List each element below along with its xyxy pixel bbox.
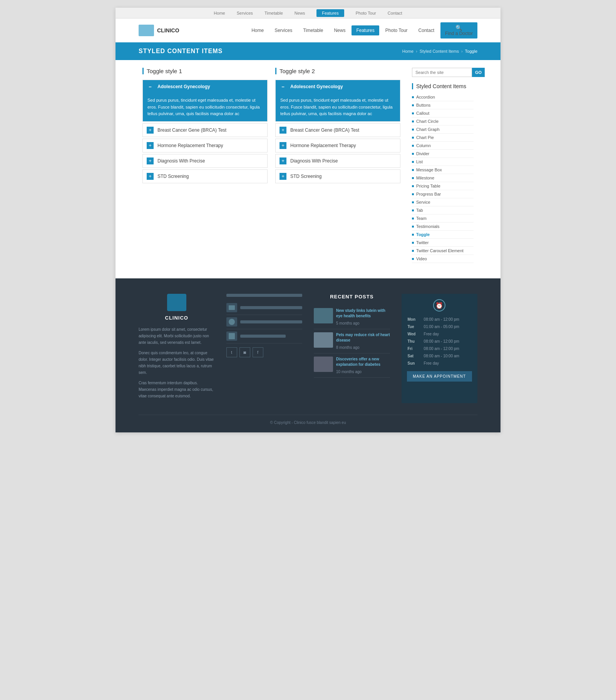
toggle1-item-5[interactable]: + STD Screening <box>142 169 268 183</box>
sidebar-dot <box>412 185 414 187</box>
nav-home[interactable]: Home <box>247 25 268 35</box>
topbar-news[interactable]: News <box>295 11 305 15</box>
sidebar-item-chart-graph: Chart Graph <box>412 126 474 134</box>
twitter-social-btn[interactable]: t <box>226 347 237 357</box>
sidebar-link-column[interactable]: Column <box>416 143 431 148</box>
toggle1-item-4[interactable]: + Diagnosis With Precise <box>142 154 268 168</box>
minus-icon-2: − <box>280 83 286 90</box>
footer-brand-p1: Lorem ipsum dolor sit amet, consectetur … <box>139 326 215 346</box>
toggle1-item-1-header[interactable]: − Adolescent Gynecology <box>143 80 267 93</box>
facebook-social-btn[interactable]: f <box>253 347 263 357</box>
sidebar-link-pricing-table[interactable]: Pricing Table <box>416 184 440 188</box>
toggle1-item-3[interactable]: + Hormone Replacement Therapy <box>142 139 268 152</box>
sidebar-item-pricing-table: Pricing Table <box>412 182 474 190</box>
footer-brand-p2: Donec quis condimentum leo, at congue do… <box>139 350 215 376</box>
sidebar-link-chart-circle[interactable]: Chart Circle <box>416 119 439 124</box>
topbar-contact[interactable]: Contact <box>388 11 402 15</box>
sidebar-link-testimonials[interactable]: Testimonials <box>416 224 440 229</box>
search-button[interactable]: GO <box>472 68 485 77</box>
sidebar-item-callout: Callout <box>412 109 474 117</box>
find-doctor-label: Find a Doctor <box>445 31 473 36</box>
topbar-timetable[interactable]: Timetable <box>264 11 283 15</box>
sidebar-link-twitter-carousel[interactable]: Twitter Carousel Element <box>416 248 464 253</box>
breadcrumb: Home › Styled Content Items › Toggle <box>402 49 477 54</box>
sidebar-dot <box>412 242 414 244</box>
topbar-services[interactable]: Services <box>237 11 253 15</box>
sidebar-link-accordion[interactable]: Accordion <box>416 95 435 99</box>
nav-timetable[interactable]: Timetable <box>298 25 328 35</box>
sidebar-link-tab[interactable]: Tab <box>416 208 423 213</box>
plus-icon-t2-2: + <box>280 127 286 134</box>
footer-links-col: t ◙ f <box>226 294 303 403</box>
toggle2-row-2[interactable]: + Breast Cancer Gene (BRCA) Test <box>276 124 400 137</box>
nav-features[interactable]: Features <box>352 25 379 35</box>
breadcrumb-styled[interactable]: Styled Content Items <box>420 49 459 54</box>
copyright-text: © Copyright - Clinico fusce blandit sapi… <box>139 420 477 425</box>
sidebar-link-message-box[interactable]: Message Box <box>416 167 442 172</box>
appointment-button[interactable]: MAKE AN APPOINTMENT <box>407 371 472 382</box>
toggle1-row-4[interactable]: + Diagnosis With Precise <box>143 154 267 167</box>
sidebar-dot <box>412 250 414 252</box>
toggle2-item-4[interactable]: + Diagnosis With Precise <box>275 154 400 168</box>
sidebar-link-chart-pie[interactable]: Chart Pie <box>416 135 434 140</box>
sidebar-item-chart-circle: Chart Circle <box>412 117 474 126</box>
breadcrumb-home[interactable]: Home <box>402 49 413 54</box>
toggle1-row-5[interactable]: + STD Screening <box>143 170 267 183</box>
site-header: CLINICO Home Services Timetable News Fea… <box>116 18 500 42</box>
clock-icon: ⏰ <box>433 299 445 311</box>
recent-post-text-1: New study links lutein with eye health b… <box>336 308 390 326</box>
nav-news[interactable]: News <box>329 25 350 35</box>
sidebar-link-divider[interactable]: Divider <box>416 151 429 156</box>
footer-link-bar-2 <box>240 320 303 323</box>
topbar-home[interactable]: Home <box>214 11 225 15</box>
sidebar-item-twitter-carousel: Twitter Carousel Element <box>412 247 474 255</box>
toggle2-row-3[interactable]: + Hormone Replacement Therapy <box>276 139 400 152</box>
sidebar-link-service[interactable]: Service <box>416 200 430 204</box>
sidebar-dot <box>412 169 414 171</box>
instagram-social-btn[interactable]: ◙ <box>239 347 250 357</box>
toggle2-item-2[interactable]: + Breast Cancer Gene (BRCA) Test <box>275 123 400 137</box>
toggle1-label-2: Breast Cancer Gene (BRCA) Test <box>157 127 226 133</box>
toggle2-item-3[interactable]: + Hormone Replacement Therapy <box>275 139 400 152</box>
sidebar-link-twitter[interactable]: Twitter <box>416 240 429 245</box>
toggle2-row-4[interactable]: + Diagnosis With Precise <box>276 154 400 167</box>
hours-row-wed: WedFree day <box>408 331 472 337</box>
toggle1-row-3[interactable]: + Hormone Replacement Therapy <box>143 139 267 152</box>
footer-link-bar-1 <box>240 306 303 309</box>
sidebar-link-toggle[interactable]: Toggle <box>416 232 430 237</box>
footer-link-item-1 <box>226 301 303 315</box>
hours-header: ⏰ <box>407 299 472 311</box>
nav-contact[interactable]: Contact <box>414 25 439 35</box>
toggle2-row-5[interactable]: + STD Screening <box>276 170 400 183</box>
search-input[interactable] <box>412 68 472 77</box>
toggle2-label-2: Breast Cancer Gene (BRCA) Test <box>290 127 359 133</box>
sidebar-item-milestone: Milestone <box>412 174 474 182</box>
sidebar-link-team[interactable]: Team <box>416 216 427 221</box>
sidebar-link-progress-bar[interactable]: Progress Bar <box>416 192 441 196</box>
topbar-features[interactable]: Features <box>316 9 344 17</box>
nav-photo-tour[interactable]: Photo Tour <box>381 25 412 35</box>
sidebar-link-video[interactable]: Video <box>416 256 427 261</box>
link-icon-img-3 <box>229 333 235 339</box>
toggle2-item-5[interactable]: + STD Screening <box>275 169 400 183</box>
hours-time-sun: Free day <box>424 360 471 367</box>
recent-post-2: Pets may reduce risk of heart disease 8 … <box>314 329 390 353</box>
hours-time-sat: 08:00 am - 10:00 am <box>424 353 471 359</box>
toggle2-item-1: − Adolescent Gynecology Sed purus purus,… <box>275 80 400 122</box>
sidebar-link-buttons[interactable]: Buttons <box>416 103 430 107</box>
minus-icon: − <box>147 83 154 90</box>
toggle1-row-2[interactable]: + Breast Cancer Gene (BRCA) Test <box>143 124 267 137</box>
find-doctor-button[interactable]: 🔍 Find a Doctor <box>440 22 477 39</box>
recent-post-age-2: 8 months ago <box>336 345 360 350</box>
sidebar-link-list[interactable]: List <box>416 159 423 164</box>
nav-services[interactable]: Services <box>270 25 297 35</box>
toggle1-item-2[interactable]: + Breast Cancer Gene (BRCA) Test <box>142 123 268 137</box>
sidebar-link-callout[interactable]: Callout <box>416 111 429 116</box>
toggle2-item-1-header[interactable]: − Adolescent Gynecology <box>276 80 400 93</box>
sidebar-link-milestone[interactable]: Milestone <box>416 176 434 180</box>
topbar-photo-tour[interactable]: Photo Tour <box>356 11 376 15</box>
sidebar-link-chart-graph[interactable]: Chart Graph <box>416 127 440 132</box>
footer-link-icon-3 <box>226 332 237 341</box>
hours-time-thu: 08:00 am - 12:00 pm <box>424 338 471 345</box>
footer-brand-col: CLINICO Lorem ipsum dolor sit amet, cons… <box>139 294 215 403</box>
